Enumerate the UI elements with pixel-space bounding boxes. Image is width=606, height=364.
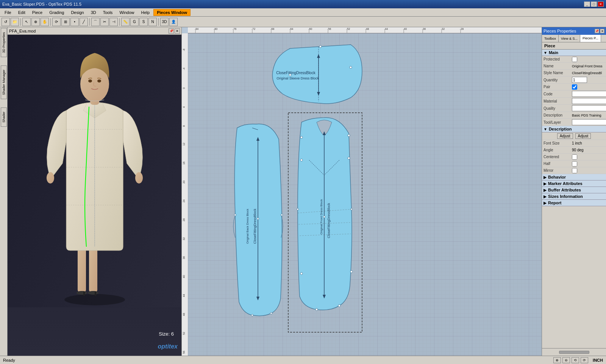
svg-point-98 [300, 159, 303, 161]
menu-3d[interactable]: 3D [88, 9, 99, 16]
svg-point-94 [297, 208, 299, 210]
3d-panel-pin[interactable]: 📌 [169, 28, 174, 34]
main-collapse-icon: ▼ [544, 51, 547, 55]
toolbar-sep-5 [158, 18, 159, 26]
half-row: Half [542, 160, 606, 167]
toolbar-open[interactable]: 📁 [11, 18, 19, 26]
menu-grading[interactable]: Grading [46, 9, 67, 16]
svg-text:-8: -8 [183, 49, 185, 51]
status-icon-4: ⟳ [581, 357, 588, 363]
report-section-header[interactable]: ▶ Report [542, 200, 606, 206]
svg-point-76 [350, 66, 352, 68]
pair-checkbox[interactable] [572, 84, 577, 90]
name-label: Name [544, 64, 572, 68]
toolbar-mirror[interactable]: ⊣ [109, 18, 118, 26]
behavior-section-header[interactable]: ▶ Behavior [542, 174, 606, 180]
quantity-input[interactable] [572, 77, 587, 83]
prop-panel-close[interactable]: ✕ [600, 29, 604, 33]
tab-view[interactable]: View & S... [559, 35, 580, 42]
menu-window[interactable]: Window [116, 9, 137, 16]
svg-text:36: 36 [183, 256, 185, 259]
adjust-right-button[interactable]: Adjust [575, 133, 591, 139]
status-icon-1: ⊕ [553, 357, 561, 363]
title-bar: Eva_Basic Sloper.PDS - OptiTex PDS 11.5 … [0, 0, 606, 8]
toolbar-cut[interactable]: ✂ [100, 18, 109, 26]
adjust-left-button[interactable]: Adjust [557, 133, 573, 139]
toolbar-notch[interactable]: N [148, 18, 157, 26]
toolbar-pan[interactable]: ✋ [41, 18, 49, 26]
svg-text:12: 12 [183, 143, 185, 146]
menu-piece[interactable]: Piece [29, 9, 46, 16]
pair-label: Pair [544, 85, 572, 89]
close-button[interactable]: ✕ [598, 2, 604, 7]
sizes-collapse-icon: ▶ [544, 194, 547, 199]
report-collapse-icon: ▶ [544, 201, 547, 205]
3d-panel-controls[interactable]: 📌 ✕ [169, 28, 180, 34]
maximize-button[interactable]: □ [591, 2, 597, 7]
prop-scroll-bar[interactable] [542, 348, 606, 356]
toolbar-rotate[interactable]: ⟳ [52, 18, 61, 26]
prop-scroll-thumb[interactable] [559, 351, 589, 354]
svg-text:56: 56 [183, 351, 185, 354]
menu-help[interactable]: Help [138, 9, 153, 16]
protected-label: Protected [544, 57, 572, 61]
svg-text:-84: -84 [195, 28, 198, 30]
3d-panel-close[interactable]: ✕ [175, 28, 180, 34]
toolbar-zoom[interactable]: ⊕ [31, 18, 40, 26]
3d-properties-tab[interactable]: 3D Properties [1, 28, 7, 57]
shader-manager-tab[interactable]: Shader Manager [1, 65, 7, 99]
tool-layer-input[interactable] [572, 119, 606, 125]
menu-tools[interactable]: Tools [100, 9, 116, 16]
toolbar: ↺ 📁 ↖ ⊕ ✋ ⟳ ⊞ • ╱ ⌒ ✂ ⊣ 📏 G S N 3D 👤 [0, 17, 606, 27]
window-controls[interactable]: _ □ ✕ [584, 2, 604, 7]
centered-checkbox[interactable] [572, 154, 577, 160]
toolbar-measure[interactable]: 📏 [121, 18, 130, 26]
prop-panel-pin[interactable]: 📌 [595, 29, 599, 33]
buffer-attributes-section-header[interactable]: ▶ Buffer Attributes [542, 187, 606, 193]
front-label1: CloseFittingDressBlock [327, 203, 331, 238]
toolbar-3d-view[interactable]: 3D [160, 18, 169, 26]
toolbar-select[interactable]: ↖ [22, 18, 31, 26]
tab-pieces[interactable]: Pieces P... [580, 35, 601, 42]
quality-input[interactable] [572, 105, 606, 111]
adjust-row: Adjust Adjust [542, 132, 606, 140]
back-label2: Original Back Dress Block [246, 208, 249, 244]
toolbar-seam[interactable]: S [139, 18, 148, 26]
svg-text:32: 32 [183, 237, 185, 240]
toolbar-new[interactable]: ↺ [2, 18, 10, 26]
svg-point-4 [77, 291, 87, 295]
svg-text:-52: -52 [346, 28, 350, 30]
toolbar-point[interactable]: • [70, 18, 79, 26]
code-input[interactable] [572, 91, 606, 97]
pieces-window-button[interactable]: Pieces Window [153, 9, 191, 16]
main-section-header[interactable]: ▼ Main [542, 50, 606, 56]
material-input[interactable] [572, 98, 606, 104]
menu-edit[interactable]: Edit [15, 9, 28, 16]
pair-row: Pair [542, 84, 606, 90]
toolbar-avatar[interactable]: 👤 [169, 18, 178, 26]
marker-attributes-section-header[interactable]: ▶ Marker Attributes [542, 180, 606, 187]
half-checkbox[interactable] [572, 161, 577, 166]
tab-toolbox[interactable]: Toolbox [542, 35, 559, 42]
description-section-header[interactable]: ▼ Description [542, 126, 606, 132]
sizes-info-section-header[interactable]: ▶ Sizes Information [542, 193, 606, 200]
properties-scroll[interactable]: Piece ▼ Main Protected Name Original Fro… [542, 42, 606, 348]
toolbar-curve[interactable]: ⌒ [91, 18, 100, 26]
minimize-button[interactable]: _ [584, 2, 590, 7]
menu-file[interactable]: File [2, 9, 14, 16]
svg-rect-2 [78, 247, 86, 292]
toolbar-grading[interactable]: G [130, 18, 139, 26]
description-label: Description [544, 113, 572, 117]
shader-tab[interactable]: Shader [1, 107, 7, 127]
mirror-checkbox[interactable] [572, 168, 577, 173]
protected-checkbox[interactable] [572, 57, 577, 62]
canvas-content[interactable]: CloseFittingDressBlock Original Sleeve D… [188, 33, 542, 356]
menu-design[interactable]: Design [68, 9, 87, 16]
svg-text:-56: -56 [327, 28, 331, 30]
svg-text:44: 44 [183, 294, 185, 297]
toolbar-move[interactable]: ⊞ [61, 18, 70, 26]
toolbar-line[interactable]: ╱ [80, 18, 88, 26]
quality-label: Quality [544, 106, 572, 110]
svg-point-13 [88, 79, 92, 82]
status-bar: Ready ⊕ ⊖ ⟲ ⟳ INCH [0, 356, 606, 364]
